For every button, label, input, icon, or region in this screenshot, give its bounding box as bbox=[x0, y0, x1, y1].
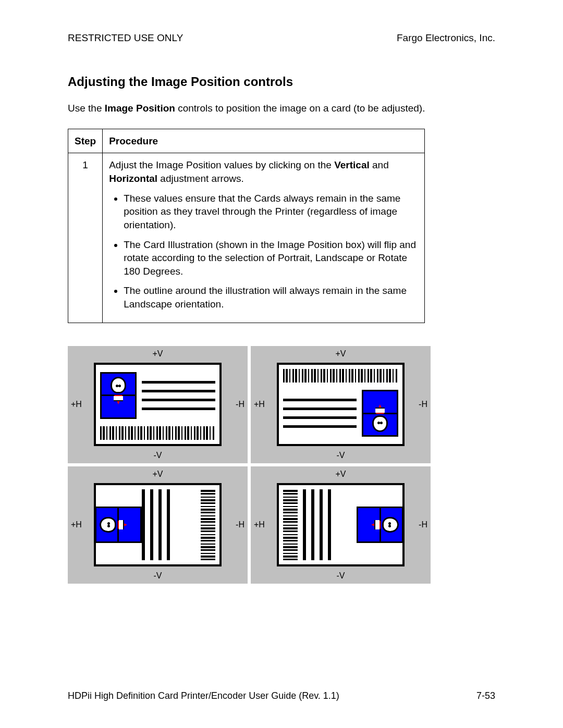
card-text-lines-icon bbox=[303, 489, 357, 560]
card-barcode-icon bbox=[201, 489, 215, 560]
list-item: The outline around the illustration will… bbox=[124, 284, 418, 311]
axis-label-plus-v: +V bbox=[152, 348, 163, 360]
illustration-grid: +V -V +H -H +V -V +H -H bbox=[68, 346, 430, 584]
header-bar: RESTRICTED USE ONLY Fargo Electronics, I… bbox=[68, 31, 495, 45]
axis-label-minus-v: -V bbox=[154, 450, 162, 461]
intro-prefix: Use the bbox=[68, 103, 105, 114]
intro-sentence: Use the Image Position controls to posit… bbox=[68, 102, 495, 115]
card-illustration bbox=[94, 363, 222, 446]
card-barcode-icon bbox=[100, 426, 215, 440]
axis-label-plus-h: +H bbox=[71, 519, 82, 530]
card-text-lines-icon bbox=[142, 381, 215, 410]
header-right: Fargo Electronics, Inc. bbox=[397, 31, 495, 45]
card-barcode-icon bbox=[283, 489, 298, 560]
footer-left: HDPii High Definition Card Printer/Encod… bbox=[68, 689, 339, 702]
axis-label-plus-v: +V bbox=[152, 468, 163, 480]
table-row: 1 Adjust the Image Position values by cl… bbox=[68, 153, 425, 323]
axis-label-minus-v: -V bbox=[337, 570, 345, 582]
proc-line1-prefix: Adjust the Image Position values by clic… bbox=[109, 159, 334, 170]
orientation-panel-landscape: +V -V +H -H bbox=[68, 346, 248, 463]
list-item: The Card Illustration (shown in the Imag… bbox=[124, 238, 418, 278]
section-title: Adjusting the Image Position controls bbox=[68, 73, 495, 90]
col-procedure-header: Procedure bbox=[103, 129, 425, 153]
axis-label-plus-h: +H bbox=[254, 399, 265, 410]
table-header-row: Step Procedure bbox=[68, 129, 425, 153]
card-text-lines-icon bbox=[142, 489, 195, 560]
axis-label-plus-h: +H bbox=[254, 519, 265, 530]
header-left: RESTRICTED USE ONLY bbox=[68, 31, 183, 45]
card-text-lines-icon bbox=[283, 399, 357, 428]
intro-suffix: controls to position the image on a card… bbox=[175, 103, 425, 114]
card-photo-icon bbox=[100, 372, 137, 419]
card-photo-icon bbox=[357, 507, 403, 543]
axis-label-minus-h: -H bbox=[236, 399, 244, 410]
axis-label-plus-v: +V bbox=[335, 468, 346, 480]
axis-label-minus-h: -H bbox=[419, 519, 427, 530]
page: RESTRICTED USE ONLY Fargo Electronics, I… bbox=[0, 0, 563, 728]
proc-line1-mid: and bbox=[370, 159, 389, 170]
orientation-panel-portrait-mirrored: +V -V +H -H bbox=[251, 466, 431, 584]
axis-label-minus-v: -V bbox=[154, 570, 162, 582]
axis-label-plus-h: +H bbox=[71, 399, 82, 410]
axis-label-plus-v: +V bbox=[335, 348, 346, 360]
intro-bold: Image Position bbox=[105, 103, 175, 114]
axis-label-minus-h: -H bbox=[236, 519, 244, 530]
procedure-bullets: These values ensure that the Cards alway… bbox=[109, 192, 418, 311]
list-item: These values ensure that the Cards alway… bbox=[124, 192, 418, 232]
procedure-cell: Adjust the Image Position values by clic… bbox=[103, 153, 425, 323]
col-step-header: Step bbox=[68, 129, 103, 153]
procedure-table: Step Procedure 1 Adjust the Image Positi… bbox=[68, 129, 425, 323]
card-photo-icon bbox=[362, 390, 398, 437]
card-barcode-icon bbox=[283, 369, 398, 382]
page-footer: HDPii High Definition Card Printer/Encod… bbox=[68, 689, 495, 702]
orientation-panel-portrait: +V -V +H -H bbox=[68, 466, 248, 584]
proc-line1-bold2: Horizontal bbox=[109, 173, 157, 184]
card-illustration bbox=[94, 483, 222, 566]
card-photo-icon bbox=[95, 507, 142, 543]
step-number: 1 bbox=[68, 153, 103, 323]
card-illustration bbox=[277, 483, 405, 566]
proc-line1-suffix: adjustment arrows. bbox=[157, 173, 244, 184]
axis-label-minus-v: -V bbox=[337, 450, 345, 461]
card-illustration bbox=[277, 363, 405, 446]
axis-label-minus-h: -H bbox=[419, 399, 427, 410]
proc-line1-bold1: Vertical bbox=[334, 159, 370, 170]
footer-right: 7-53 bbox=[476, 689, 495, 702]
orientation-panel-rotate180: +V -V +H -H bbox=[251, 346, 431, 463]
